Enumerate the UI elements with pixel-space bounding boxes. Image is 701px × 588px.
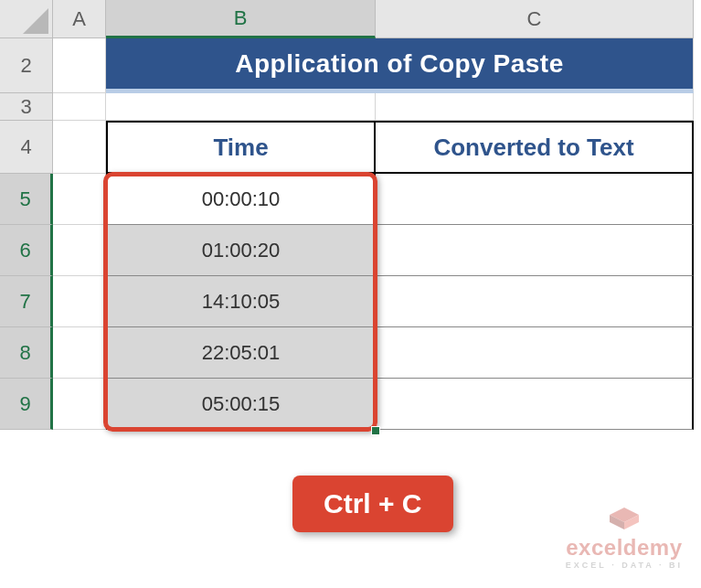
cell-A6[interactable] (53, 225, 106, 276)
spreadsheet-grid: A B C 2 Application of Copy Paste 3 4 Ti… (0, 0, 701, 430)
cell-A2[interactable] (53, 38, 106, 93)
cell-A7[interactable] (53, 276, 106, 327)
cell-A5[interactable] (53, 174, 106, 225)
table-header-time[interactable]: Time (106, 121, 376, 174)
select-all-corner[interactable] (0, 0, 53, 38)
row-header-7[interactable]: 7 (0, 276, 53, 327)
table-header-converted[interactable]: Converted to Text (376, 121, 694, 174)
cell-B3[interactable] (106, 93, 376, 121)
cell-B6[interactable]: 01:00:20 (106, 225, 376, 276)
watermark-tag: EXCEL · DATA · BI (566, 561, 683, 570)
column-header-B[interactable]: B (106, 0, 376, 38)
cell-B7[interactable]: 14:10:05 (106, 276, 376, 327)
cell-C7[interactable] (376, 276, 694, 327)
cell-B5[interactable]: 00:00:10 (106, 174, 376, 225)
cell-C3[interactable] (376, 93, 694, 121)
cell-A4[interactable] (53, 121, 106, 174)
cell-C8[interactable] (376, 327, 694, 379)
row-header-3[interactable]: 3 (0, 93, 53, 121)
cube-icon (606, 506, 643, 531)
row-header-2[interactable]: 2 (0, 38, 53, 93)
cell-B8[interactable]: 22:05:01 (106, 327, 376, 379)
column-header-C[interactable]: C (376, 0, 694, 38)
row-header-6[interactable]: 6 (0, 225, 53, 276)
column-header-A[interactable]: A (53, 0, 106, 38)
row-header-4[interactable]: 4 (0, 121, 53, 174)
cell-C6[interactable] (376, 225, 694, 276)
watermark-brand: exceldemy (566, 535, 683, 561)
cell-C9[interactable] (376, 379, 694, 430)
cell-B9[interactable]: 05:00:15 (106, 379, 376, 430)
cell-A3[interactable] (53, 93, 106, 121)
row-header-8[interactable]: 8 (0, 327, 53, 379)
title-cell[interactable]: Application of Copy Paste (106, 38, 694, 93)
shortcut-hint: Ctrl + C (292, 476, 453, 532)
fill-handle[interactable] (371, 426, 380, 435)
watermark-logo: exceldemy EXCEL · DATA · BI (566, 506, 683, 570)
row-header-9[interactable]: 9 (0, 379, 53, 430)
cell-C5[interactable] (376, 174, 694, 225)
row-header-5[interactable]: 5 (0, 174, 53, 225)
cell-A9[interactable] (53, 379, 106, 430)
cell-A8[interactable] (53, 327, 106, 379)
